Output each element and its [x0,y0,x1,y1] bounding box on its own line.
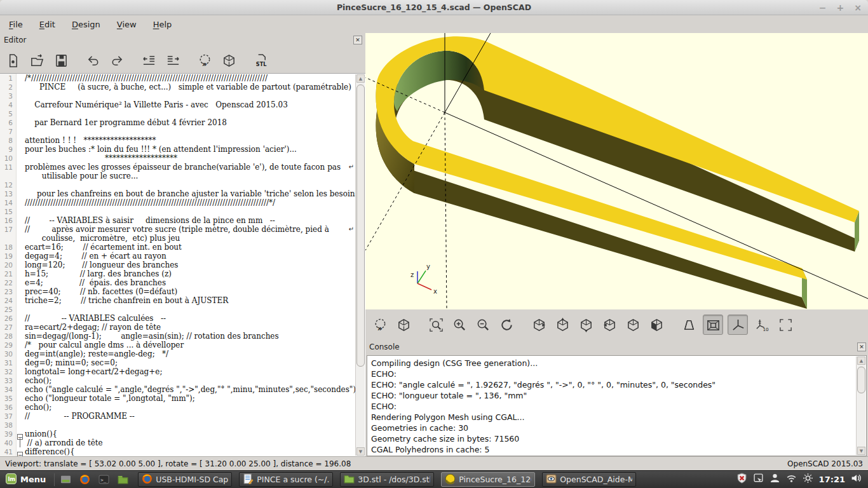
code-line[interactable]: 22e=4; // épais. des branches [0,278,365,287]
mint-menu-button[interactable]: lm Menu [0,471,51,488]
editor-scroll-thumb[interactable] [356,85,365,367]
menu-view[interactable]: View [117,20,137,29]
perspective-button[interactable] [679,315,698,334]
view-left-button[interactable] [600,315,619,334]
console-close-icon[interactable]: ✕ [857,342,866,351]
scroll-up-icon[interactable]: ▲ [356,74,365,83]
code-line[interactable]: 7 [0,127,365,136]
title-bar[interactable]: PinceSucre_16_120_15_4.scad — OpenSCAD −… [0,0,868,15]
code-line[interactable]: 3 [0,92,365,100]
zoom-out-button[interactable] [473,315,492,334]
zoom-all-button[interactable] [426,315,445,334]
code-line[interactable]: coulisse, micromètre, etc) plus jeu [0,234,365,243]
open-folder-button[interactable] [28,52,46,70]
menu-edit[interactable]: Edit [39,20,55,29]
code-line[interactable]: 24triche=2; // triche chanfrein en bout … [0,296,365,305]
minimize-button[interactable]: − [819,0,827,15]
show-crosshairs-button[interactable] [776,315,795,334]
code-line[interactable]: 29/* pour calcul angle dms ... à dévello… [0,341,365,349]
code-line[interactable]: 5 [0,109,365,118]
redo-button[interactable] [108,52,126,70]
show-desktop-launcher[interactable] [57,471,74,488]
scroll-down-icon[interactable]: ▼ [356,447,365,456]
code-line[interactable]: 19degag=4; // en + écart au rayon [0,252,365,261]
code-line[interactable]: 35echo ("longueur totale = ",longtotal, … [0,394,365,403]
undo-button[interactable] [84,52,102,70]
code-line[interactable]: utilisable pour le sucre... [0,172,365,180]
menu-file[interactable]: File [9,20,23,29]
menu-design[interactable]: Design [72,20,100,29]
brightness-tray-icon[interactable] [803,473,813,486]
terminal-launcher[interactable]: >_ [95,471,112,488]
code-line[interactable]: 40 // a) arrondi de tête [0,438,365,447]
scroll-down-icon[interactable]: ▼ [857,447,865,455]
close-button[interactable]: × [854,0,862,15]
code-line[interactable]: 2 PINCE (à sucre, à buche, ect...) simpl… [0,83,365,92]
wifi-tray-icon[interactable] [786,473,797,486]
volume-icon[interactable] [851,473,862,486]
view-back-button[interactable] [623,315,642,334]
export-stl-button[interactable]: STL [252,52,269,70]
code-line[interactable]: 33echo(); [0,376,365,385]
code-line[interactable]: 34echo ("angle calculé = ",angle,"degrés… [0,385,365,394]
code-line[interactable]: 36echo(); [0,403,365,412]
console-scrollbar[interactable]: ▲ ▼ [856,356,865,455]
preview-button[interactable]: » [196,52,214,70]
3d-viewport[interactable]: z y x [365,33,868,309]
indent-button[interactable] [164,52,182,70]
save-button[interactable] [52,52,70,70]
taskbar-window-button[interactable]: OpenSCAD_Aide-Me... [542,472,636,487]
code-line[interactable]: 16// -- VARIABLES à saisir dimensions de… [0,216,365,225]
code-line[interactable]: 20long=120; // longueur des branches [0,261,365,269]
firefox-launcher[interactable] [76,471,93,488]
code-line[interactable]: 27ra=ecart/2+degag; // rayon de tête [0,323,365,332]
code-line[interactable]: 9pour les buches :* loin du feu !!! * (e… [0,145,365,154]
code-line[interactable]: 6 par Bernard 1er programme début 4 févr… [0,118,365,127]
scroll-up-icon[interactable]: ▲ [857,356,865,365]
code-line[interactable]: 31deg=0; minu=0; sec=0; [0,358,365,367]
view-top-button[interactable] [553,315,572,334]
code-editor[interactable]: 1/*/////////////////////////////////////… [0,73,365,456]
render-button[interactable] [394,315,413,334]
code-line[interactable]: 11problèmes avec les grosses épaisseur d… [0,163,365,172]
screen-tray-icon[interactable] [753,473,764,486]
code-line[interactable]: 18ecart=16; // écartement int. en bout [0,243,365,252]
fold-marker-icon[interactable]: − [17,430,25,438]
code-line[interactable]: 30deg=int(angle); reste=angle-deg; */ [0,349,365,358]
new-document-button[interactable] [4,52,22,70]
code-line[interactable]: 8attention ! ! ! ******************* [0,136,365,145]
code-line[interactable]: 38 [0,421,365,430]
preview-button[interactable]: » [370,315,390,334]
code-line[interactable]: 4 Carrefour Numérique² la Villette Paris… [0,100,365,109]
render-button[interactable] [220,52,238,70]
code-line[interactable]: 17// après avoir mesurer votre sucre (tr… [0,225,365,234]
zoom-in-button[interactable] [450,315,469,334]
taskbar-window-button[interactable]: 3D.stl - /dos/3D.stl [340,472,434,487]
code-line[interactable]: 23prec=40; // nb. facettes (0=défaut) [0,287,365,296]
view-bottom-button[interactable] [576,315,595,334]
taskbar-clock[interactable]: 17:21 [819,475,845,484]
show-axes-button[interactable] [728,315,748,335]
code-line[interactable]: 21h=15; // larg. des branches (z) [0,269,365,278]
taskbar-window-button[interactable]: PinceSucre_16_120_... [441,472,535,487]
user-tray-icon[interactable] [770,473,780,486]
code-line[interactable]: 26// -- VARIABLES calculées -- [0,314,365,323]
code-line[interactable]: 10 ******************* [0,154,365,163]
view-front-button[interactable] [647,315,666,334]
code-line[interactable]: 14//////////////////////////////////////… [0,198,365,207]
code-line[interactable]: 1/*/////////////////////////////////////… [0,74,365,83]
unindent-button[interactable] [140,52,158,70]
taskbar-window-button[interactable]: PINCE a sucre (~/.wi... [239,472,333,487]
code-line[interactable]: 37// -- PROGRAMME -- [0,412,365,421]
code-line[interactable]: 25 [0,305,365,314]
maximize-button[interactable]: + [837,0,844,15]
view-right-button[interactable] [529,315,548,334]
menu-help[interactable]: Help [153,20,172,29]
code-line[interactable]: 13 pour les chanfreins en bout de branch… [0,189,365,198]
reset-view-button[interactable] [497,315,516,334]
code-line[interactable]: 39−union(){ [0,430,365,438]
code-line[interactable]: 41−difference(){ [0,447,365,456]
code-line[interactable]: 32longtotal= long+ecart/2+degag+e; [0,367,365,376]
shield-tray-icon[interactable] [736,473,747,486]
code-line[interactable]: 28sin=degag/(long-1); angle=asin(sin); /… [0,332,365,341]
